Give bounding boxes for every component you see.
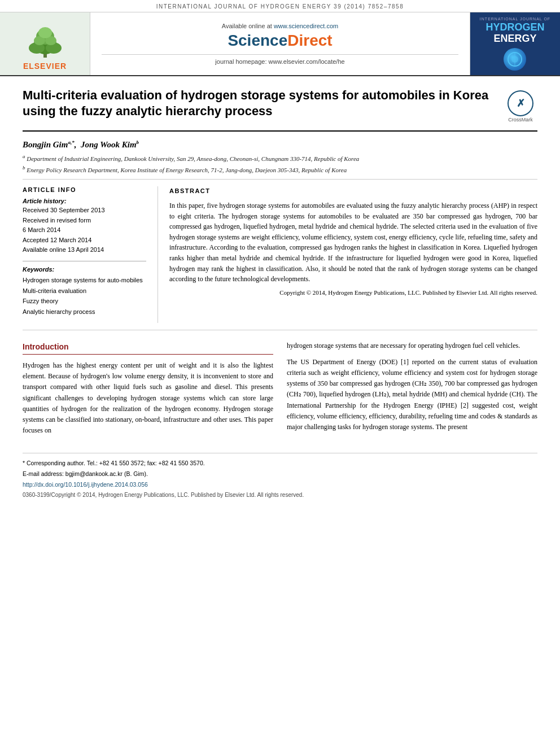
sciencedirect-center: Available online at www.sciencedirect.co… [90,12,470,75]
accepted-date: Accepted 12 March 2014 [23,235,146,246]
intro-heading: Introduction [23,340,273,355]
two-col-section: ARTICLE INFO Article history: Received 3… [23,179,537,330]
available-online-text: Available online at www.sciencedirect.co… [222,23,338,29]
intro-right-para-1: hydrogen storage systems that are necess… [287,340,537,351]
hydrogen-logo-main: HYDROGEN ENERGY [480,22,550,45]
elsevier-label: ELSEVIER [23,62,67,71]
article-title-section: Multi-criteria evaluation of hydrogen st… [23,88,537,132]
authors-section: Bongjin Gima,*, Jong Wook Kimb a Departm… [23,139,537,174]
keyword-2: Multi-criteria evaluation [23,286,146,296]
top-section: ELSEVIER Available online at www.science… [0,12,560,76]
journal-header-bar: INTERNATIONAL JOURNAL OF HYDROGEN ENERGY… [0,0,560,12]
authors-line: Bongjin Gima,*, Jong Wook Kimb [23,139,537,150]
svg-text:✗: ✗ [517,98,525,109]
keyword-1: Hydrogen storage systems for auto-mobile… [23,275,146,286]
hydrogen-logo-top: INTERNATIONAL JOURNAL OF [480,17,550,21]
affiliation-b: b Energy Policy Research Department, Kor… [23,164,537,174]
info-divider [23,261,146,261]
available-online-date: Available online 13 April 2014 [23,245,146,255]
revised-date: 6 March 2014 [23,225,146,235]
article-info-heading: ARTICLE INFO [23,186,146,193]
abstract-copyright: Copyright © 2014, Hydrogen Energy Public… [169,288,537,298]
intro-para-1: Hydrogen has the highest energy content … [23,360,273,436]
crossmark-icon: ✗ [507,90,534,117]
intro-right-col: hydrogen storage systems that are necess… [287,340,537,442]
article-history-label: Article history: [23,198,146,204]
introduction-columns: Introduction Hydrogen has the highest en… [23,340,537,442]
journal-header-text: INTERNATIONAL JOURNAL OF HYDROGEN ENERGY… [156,3,404,10]
keyword-3: Fuzzy theory [23,296,146,307]
svg-point-7 [38,27,52,38]
keywords-group: Keywords: Hydrogen storage systems for a… [23,266,146,317]
doi-link[interactable]: http://dx.doi.org/10.1016/j.ijhydene.201… [23,480,537,490]
crossmark-box: ✗ CrossMark [504,88,537,123]
introduction-section: Introduction Hydrogen has the highest en… [23,340,537,442]
abstract-col: ABSTRACT In this paper, five hydrogen st… [158,186,537,323]
page-wrapper: INTERNATIONAL JOURNAL OF HYDROGEN ENERGY… [0,0,560,509]
affiliations: a Department of Industrial Engineering, … [23,153,537,174]
hydrogen-logo-circle-icon [504,48,526,71]
corresponding-note: * Corresponding author. Tel.: +82 41 550… [23,459,537,468]
author-1-sup: a,* [68,139,74,145]
elsevier-tree-icon [20,23,71,59]
article-info-col: ARTICLE INFO Article history: Received 3… [23,186,158,323]
intro-left-col: Introduction Hydrogen has the highest en… [23,340,273,442]
hydrogen-logo-box: INTERNATIONAL JOURNAL OF HYDROGEN ENERGY [470,12,560,75]
affiliation-a: a Department of Industrial Engineering, … [23,153,537,163]
article-body: Multi-criteria evaluation of hydrogen st… [0,76,560,509]
email-note: E-mail address: bgjim@dankook.ac.kr (B. … [23,470,537,479]
article-title-text: Multi-criteria evaluation of hydrogen st… [23,88,504,120]
intro-right-para-2: The US Department of Energy (DOE) [1] re… [287,357,537,433]
author-2-name: Jong Wook Kim [81,140,137,149]
article-footer: * Corresponding author. Tel.: +82 41 550… [23,453,537,497]
elsevier-logo-box: ELSEVIER [0,12,90,75]
sciencedirect-url[interactable]: www.sciencedirect.com [274,23,338,29]
author-1-name: Bongjin Gim [23,140,68,149]
article-title: Multi-criteria evaluation of hydrogen st… [23,88,504,120]
article-history-group: Article history: Received 30 September 2… [23,198,146,255]
abstract-text: In this paper, five hydrogen storage sys… [169,200,537,285]
keywords-label: Keywords: [23,266,146,273]
crossmark-label: CrossMark [508,117,533,123]
footer-issn: 0360-3199/Copyright © 2014, Hydrogen Ene… [23,492,537,498]
received-1: Received 30 September 2013 [23,206,146,216]
sciencedirect-title: ScienceDirect [228,32,332,50]
hydrogen-logo-inner: INTERNATIONAL JOURNAL OF HYDROGEN ENERGY [480,17,550,71]
author-2-sup: b [137,139,139,145]
keyword-4: Analytic hierarchy process [23,307,146,317]
journal-homepage: journal homepage: www.elsevier.com/locat… [102,54,458,65]
abstract-heading: ABSTRACT [169,186,537,196]
received-revised-label: Received in revised form [23,216,146,226]
